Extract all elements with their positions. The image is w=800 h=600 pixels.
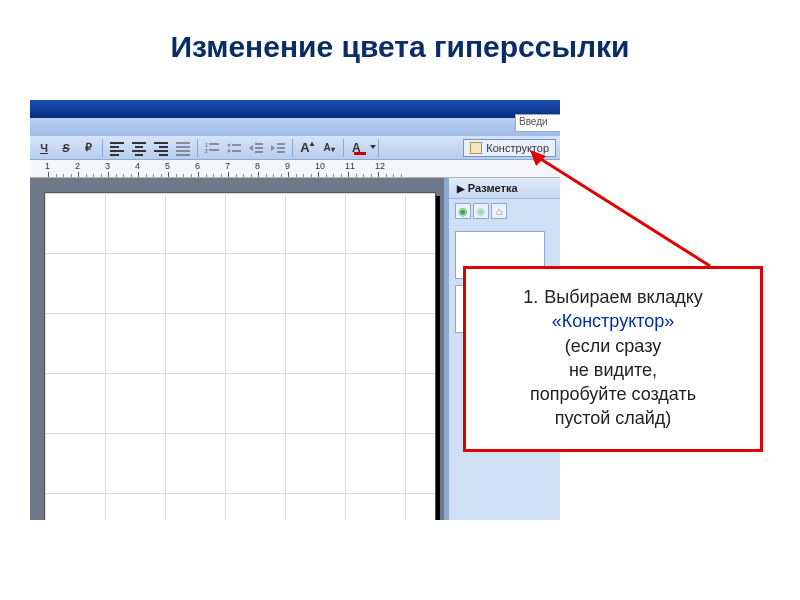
ruler-number: 12: [375, 161, 385, 171]
align-right-icon: [154, 142, 168, 154]
align-right-button[interactable]: [151, 139, 171, 157]
designer-button[interactable]: Конструктор: [463, 139, 556, 157]
callout-line4: не видите,: [476, 358, 750, 382]
callout-arrow: [530, 150, 770, 280]
ruler-number: 4: [135, 161, 140, 171]
svg-rect-13: [277, 143, 285, 145]
taskpane-home-button[interactable]: ⌂: [491, 203, 507, 219]
svg-rect-5: [232, 144, 241, 146]
svg-rect-15: [277, 151, 285, 153]
callout-line2: «Конструктор»: [476, 309, 750, 333]
ruler-number: 6: [195, 161, 200, 171]
callout-line3: (если сразу: [476, 334, 750, 358]
svg-rect-9: [255, 143, 263, 145]
taskpane-nav: ◉ ◉ ⌂: [449, 199, 560, 223]
taskpane-fwd-button[interactable]: ◉: [473, 203, 489, 219]
svg-rect-10: [255, 147, 263, 149]
increase-indent-button[interactable]: [268, 139, 288, 157]
home-icon: ⌂: [496, 205, 503, 217]
designer-icon: [470, 142, 482, 154]
ruler-number: 3: [105, 161, 110, 171]
separator: [343, 139, 344, 157]
decrease-font-icon: A: [323, 142, 330, 153]
horizontal-ruler: 123456789101112: [30, 160, 560, 178]
ruler-number: 5: [165, 161, 170, 171]
numbered-list-icon: 12: [205, 142, 219, 154]
slide-canvas[interactable]: [44, 192, 436, 520]
ruler-number: 9: [285, 161, 290, 171]
font-color-icon: A: [352, 141, 370, 155]
svg-rect-1: [209, 143, 219, 145]
slide-area: [30, 178, 444, 520]
taskpane-back-button[interactable]: ◉: [455, 203, 471, 219]
align-justify-button[interactable]: [173, 139, 193, 157]
separator: [102, 139, 103, 157]
callout-line5: попробуйте создать: [476, 382, 750, 406]
numbered-list-button[interactable]: 12: [202, 139, 222, 157]
align-center-button[interactable]: [129, 139, 149, 157]
separator: [378, 139, 379, 157]
svg-rect-7: [232, 150, 241, 152]
svg-line-16: [536, 156, 710, 266]
ruler-number: 11: [345, 161, 355, 171]
svg-marker-12: [271, 145, 275, 151]
menubar: [30, 118, 560, 136]
step-number: 1.: [523, 285, 538, 309]
svg-marker-8: [249, 145, 253, 151]
align-justify-icon: [176, 142, 190, 154]
titlebar: [30, 100, 560, 118]
bullet-list-icon: [227, 142, 241, 154]
svg-point-6: [228, 149, 231, 152]
increase-indent-icon: [271, 142, 285, 154]
page-title: Изменение цвета гиперссылки: [0, 30, 800, 64]
circle-fwd-icon: ◉: [476, 205, 486, 218]
designer-label: Конструктор: [486, 142, 549, 154]
ruler-number: 10: [315, 161, 325, 171]
align-center-icon: [132, 142, 146, 154]
underline-button[interactable]: Ч: [34, 139, 54, 157]
svg-point-4: [228, 143, 231, 146]
align-left-button[interactable]: [107, 139, 127, 157]
svg-rect-14: [277, 147, 285, 149]
formatting-toolbar: Введи Ч S ₽ 12 A▴: [30, 136, 560, 160]
bullet-list-button[interactable]: [224, 139, 244, 157]
callout-line6: пустой слайд): [476, 406, 750, 430]
instruction-callout: 1. Выбираем вкладку «Конструктор» (если …: [463, 266, 763, 452]
ruler-number: 8: [255, 161, 260, 171]
font-color-button[interactable]: A: [348, 139, 374, 157]
taskpane-header: ▶ Разметка: [449, 178, 560, 199]
grid-lines: [45, 193, 435, 520]
separator: [197, 139, 198, 157]
search-input[interactable]: Введи: [515, 114, 560, 132]
separator: [292, 139, 293, 157]
increase-font-button[interactable]: A▴: [297, 139, 317, 157]
strike-button[interactable]: S: [56, 139, 76, 157]
decrease-font-button[interactable]: A▾: [319, 139, 339, 157]
currency-button[interactable]: ₽: [78, 139, 98, 157]
decrease-indent-button[interactable]: [246, 139, 266, 157]
align-left-icon: [110, 142, 124, 154]
decrease-indent-icon: [249, 142, 263, 154]
ruler-number: 2: [75, 161, 80, 171]
callout-line1: Выбираем вкладку: [544, 285, 702, 309]
svg-rect-11: [255, 151, 263, 153]
ruler-number: 7: [225, 161, 230, 171]
svg-text:2: 2: [205, 148, 208, 154]
ruler-number: 1: [45, 161, 50, 171]
svg-rect-3: [209, 149, 219, 151]
circle-back-icon: ◉: [458, 205, 468, 218]
increase-font-icon: A: [300, 140, 309, 155]
